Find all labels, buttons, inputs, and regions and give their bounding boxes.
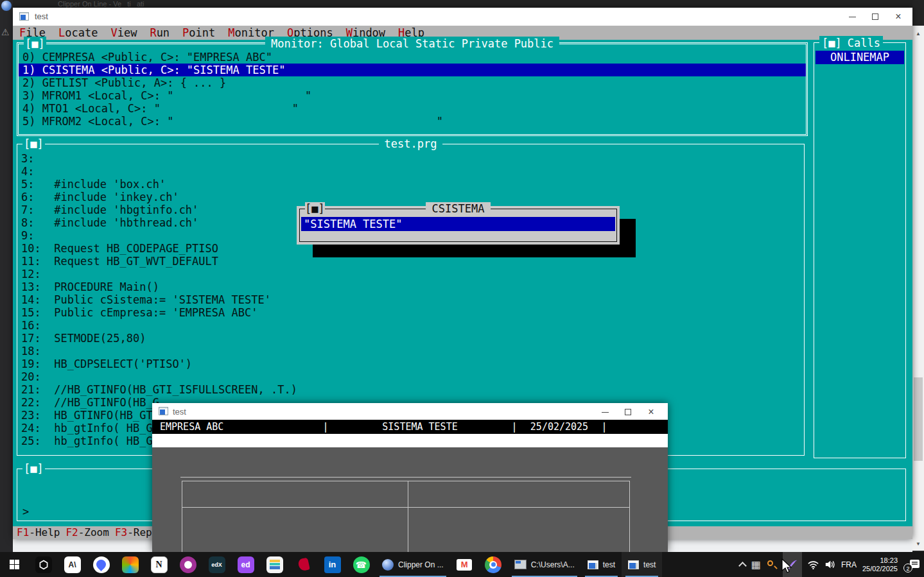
taskbar-item-gmail[interactable]: M — [450, 552, 479, 577]
taskbar-clock[interactable]: 18:23 25/02/2025 — [862, 556, 898, 573]
globe-browser-icon — [382, 559, 394, 571]
app-title: test — [173, 407, 186, 417]
task-button-test-1[interactable]: test — [581, 552, 622, 577]
command-close-icon[interactable]: [■] — [22, 461, 45, 476]
scrollbar-track[interactable]: ▲ ▼ — [912, 26, 924, 551]
search-icon[interactable] — [767, 560, 777, 570]
gmail-icon: M — [457, 559, 472, 571]
menu-view[interactable]: View — [110, 26, 137, 40]
table-frame — [182, 481, 630, 552]
taskbar-item-linkedin[interactable]: in — [318, 552, 347, 577]
monitor-panel: [■] Monitor: Global Local Static Private… — [17, 42, 808, 136]
fkey-f2[interactable]: F2 — [65, 526, 78, 538]
monitor-row[interactable]: 4) MTO1 <Local, C>: " " — [19, 102, 806, 115]
start-button[interactable] — [0, 552, 29, 577]
fkey-f3[interactable]: F3 — [115, 526, 127, 538]
menu-locate[interactable]: Locate — [58, 26, 98, 40]
maximize-button[interactable] — [864, 8, 887, 26]
deepseek-icon — [93, 556, 110, 573]
calls-close-icon[interactable]: [■] — [822, 36, 842, 50]
app-subheader-strip — [152, 434, 668, 447]
task-label: test — [603, 560, 615, 569]
scrollbar-down-icon[interactable]: ▼ — [912, 541, 924, 547]
globe-icon — [1, 1, 12, 11]
task-label: test — [643, 560, 656, 569]
monitor-row[interactable]: 5) MFROM2 <Local, C>: " " — [19, 115, 806, 128]
taskbar-item-red-app[interactable] — [289, 552, 318, 577]
linkedin-icon: in — [324, 556, 341, 573]
app-titlebar[interactable]: test × — [152, 403, 668, 420]
popup-close-icon[interactable]: [■] — [305, 202, 325, 215]
task-button-test-2[interactable]: test — [622, 552, 662, 577]
menu-point[interactable]: Point — [182, 26, 215, 40]
task-button-console[interactable]: C:\Users\A... — [508, 552, 581, 577]
fkey-f1-label[interactable]: -Help — [29, 526, 60, 538]
taskbar-item-chrome[interactable] — [479, 552, 508, 577]
scrollbar-thumb[interactable] — [914, 377, 923, 461]
table-header-divider — [182, 507, 629, 508]
taskbar-item-whatsapp[interactable]: ☎ — [347, 552, 376, 577]
taskbar-item-chatgpt[interactable] — [29, 552, 58, 577]
minimize-button[interactable] — [593, 403, 616, 421]
taskbar-item-edx[interactable]: edX — [202, 552, 231, 577]
table-top-border — [180, 477, 631, 478]
background-tab-text: Clipper On Line - Ve ti ati — [58, 0, 144, 8]
debugger-titlebar[interactable]: test × — [13, 8, 912, 26]
monitor-row-selected[interactable]: 1) CSISTEMA <Public, C>: "SISTEMA TESTE" — [19, 64, 806, 76]
code-line: 12: — [17, 268, 804, 280]
scrollbar-up-icon[interactable]: ▲ — [912, 31, 924, 37]
touch-keyboard-icon[interactable]: ▦ — [751, 560, 761, 570]
calls-selected-item[interactable]: ONLINEMAP — [815, 51, 904, 64]
taskbar-item-ed[interactable]: ed — [231, 552, 260, 577]
task-label: C:\Users\A... — [531, 560, 575, 569]
separator: | — [322, 420, 329, 434]
monitor-panel-title: Monitor: Global Local Static Private Pub… — [265, 37, 559, 51]
red-app-icon — [297, 558, 310, 572]
taskbar-item-stack-app[interactable] — [260, 552, 289, 577]
fkey-f1[interactable]: F1 — [17, 526, 29, 538]
clock-time: 18:23 — [862, 556, 898, 565]
volume-icon[interactable] — [824, 560, 835, 569]
inspect-popup: [■] CSISTEMA "SISTEMA TESTE" — [297, 206, 620, 245]
task-button-clipper[interactable]: Clipper On ... — [376, 552, 450, 577]
taskbar-item-deepseek[interactable] — [87, 552, 116, 577]
warning-icon: ⚠ — [1, 27, 10, 37]
minimize-button[interactable] — [841, 8, 864, 26]
taskbar-item-claude[interactable]: A\ — [58, 552, 87, 577]
chrome-icon — [485, 556, 501, 573]
close-button[interactable]: × — [887, 8, 910, 26]
taskbar-item-copilot[interactable] — [116, 552, 144, 577]
language-indicator[interactable]: FRA — [841, 560, 857, 569]
clock-date: 25/02/2025 — [862, 565, 898, 573]
popup-value[interactable]: "SISTEMA TESTE" — [301, 217, 615, 231]
close-button[interactable]: × — [640, 403, 663, 421]
code-close-icon[interactable]: [■] — [22, 137, 45, 151]
debugger-title: test — [35, 12, 48, 21]
chatgpt-icon — [35, 556, 52, 573]
monitor-close-icon[interactable]: [■] — [24, 37, 46, 51]
stack-app-icon — [266, 556, 283, 573]
popup-title: CSISTEMA — [426, 202, 491, 215]
monitor-row[interactable]: 2) GETLIST <Public, A>: { ... } — [19, 76, 806, 89]
taskbar-item-ring-app[interactable] — [173, 552, 202, 577]
test-window-icon — [628, 560, 639, 569]
fkey-f2-label[interactable]: -Zoom — [78, 526, 109, 538]
maximize-button[interactable] — [616, 403, 640, 421]
notification-center[interactable]: 2 — [903, 558, 920, 571]
code-line: 13: PROCEDURE Main() — [17, 280, 804, 293]
app-header-bar: EMPRESA ABC | SISTEMA TESTE | 25/02/2025… — [152, 420, 668, 434]
menu-run[interactable]: Run — [150, 26, 170, 40]
code-line: 19: HB_CDPSELECT('PTISO') — [17, 357, 804, 370]
taskbar-item-notion[interactable]: N — [144, 552, 173, 577]
console-icon — [514, 560, 527, 569]
wifi-icon[interactable] — [808, 560, 819, 569]
browser-scrollbar[interactable]: ▲ ▼ — [912, 0, 924, 552]
monitor-row[interactable]: 3) MFROM1 <Local, C>: " " — [19, 89, 806, 102]
code-line: 18: — [17, 345, 804, 357]
monitor-row[interactable]: 0) CEMPRESA <Public, C>: "EMPRESA ABC" — [19, 51, 806, 64]
code-line: 15: Public cEmpresa:= 'EMPRESA ABC' — [17, 306, 804, 319]
command-prompt[interactable]: > — [22, 505, 29, 518]
code-panel-title: test.prg — [379, 137, 443, 151]
fkey-f3-label[interactable]: -Rep — [127, 526, 152, 538]
tray-expand-icon[interactable] — [738, 562, 747, 570]
